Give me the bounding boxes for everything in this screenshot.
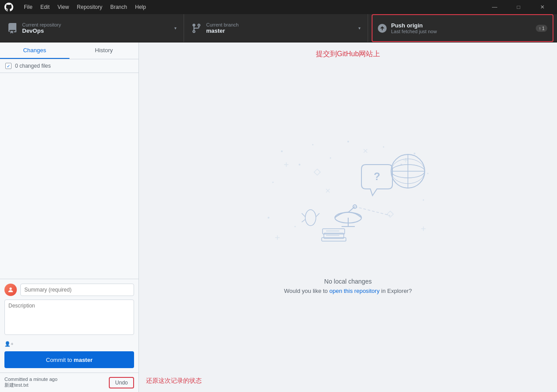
select-all-checkbox[interactable]: [5, 63, 12, 69]
branch-label: Current branch: [206, 22, 238, 27]
svg-point-1: [312, 144, 313, 146]
tab-changes[interactable]: Changes: [0, 42, 69, 59]
space-illustration: ?: [260, 138, 437, 271]
push-badge: ↑ 1: [536, 25, 547, 32]
repo-text: Current repository DevOps: [22, 22, 61, 34]
push-sublabel: Last fetched just now: [391, 29, 437, 34]
svg-point-0: [281, 150, 283, 152]
window-controls: — □ ✕: [484, 0, 553, 14]
undo-bar: Committed a minute ago 新建test.txt Undo: [0, 373, 138, 392]
planet-illustration: [391, 154, 425, 188]
main-layout: Changes History 0 changed files 👤+: [0, 42, 557, 392]
commit-area: 👤+ Commit to master: [0, 279, 138, 373]
svg-line-45: [302, 213, 305, 217]
svg-rect-39: [322, 238, 346, 241]
svg-point-6: [272, 182, 273, 183]
tab-history[interactable]: History: [69, 42, 139, 59]
menu-branch[interactable]: Branch: [107, 2, 131, 12]
svg-point-7: [299, 164, 300, 165]
push-text: Push origin Last fetched just now: [391, 22, 437, 34]
sidebar-tabs: Changes History: [0, 42, 138, 59]
svg-marker-26: [387, 211, 393, 217]
avatar: [4, 284, 17, 296]
repo-label: Current repository: [22, 22, 61, 27]
push-badge-count: 1: [542, 26, 545, 31]
summary-row: [4, 284, 134, 296]
maximize-button[interactable]: □: [508, 0, 529, 14]
main-content: 提交到GitHub网站上: [139, 42, 557, 392]
svg-point-11: [268, 217, 269, 219]
books-illustration: [322, 229, 346, 241]
svg-point-44: [305, 210, 316, 226]
push-icon: [378, 24, 387, 33]
branch-icon: [191, 23, 202, 34]
changed-files-label: 0 changed files: [15, 63, 51, 69]
svg-point-8: [330, 158, 331, 159]
menu-repository[interactable]: Repository: [73, 2, 106, 12]
branch-chevron-icon: ▾: [358, 26, 361, 31]
changed-files-row: 0 changed files: [0, 59, 138, 73]
title-bar: File Edit View Repository Branch Help — …: [0, 0, 557, 14]
open-repo-link[interactable]: open this repository: [329, 288, 379, 294]
toolbar: Current repository DevOps ▾ Current bran…: [0, 14, 557, 42]
add-coauthor-button[interactable]: 👤+: [4, 340, 134, 348]
no-local-changes-text: No local changes: [324, 278, 372, 285]
open-repo-prompt: Would you like to open this repository i…: [284, 288, 412, 294]
svg-point-4: [414, 153, 415, 154]
menu-file[interactable]: File: [20, 2, 36, 12]
repo-value: DevOps: [22, 27, 61, 34]
spacecraft-illustration: [302, 210, 319, 226]
svg-point-12: [294, 226, 296, 227]
menu-help[interactable]: Help: [131, 2, 150, 12]
svg-point-2: [347, 141, 349, 142]
svg-line-35: [348, 207, 355, 212]
current-branch-button[interactable]: Current branch master ▾: [184, 14, 368, 42]
description-textarea[interactable]: [4, 300, 134, 335]
speech-bubble-illustration: ?: [361, 165, 392, 196]
branch-value: master: [206, 27, 238, 34]
svg-point-10: [423, 200, 424, 201]
summary-input[interactable]: [20, 284, 134, 296]
add-coauthor-icon: 👤+: [4, 341, 13, 347]
undo-text-area: Committed a minute ago 新建test.txt: [4, 377, 105, 388]
illustration-area: ?: [139, 59, 557, 373]
undo-committed-text: Committed a minute ago: [4, 377, 105, 382]
satellite-illustration: [335, 205, 361, 227]
menu-edit[interactable]: Edit: [37, 2, 53, 12]
push-label: Push origin: [391, 22, 437, 29]
current-repo-button[interactable]: Current repository DevOps ▾: [0, 14, 184, 42]
svg-line-38: [355, 207, 390, 215]
sidebar-empty-area: [0, 73, 138, 279]
undo-filename: 新建test.txt: [4, 382, 105, 388]
annotation-top: 提交到GitHub网站上: [316, 50, 380, 59]
undo-button[interactable]: Undo: [109, 377, 134, 388]
svg-marker-25: [314, 169, 320, 175]
svg-line-46: [316, 213, 319, 217]
svg-point-3: [383, 146, 384, 148]
menu-view[interactable]: View: [54, 2, 73, 12]
menu-bar: File Edit View Repository Branch Help: [20, 2, 150, 12]
repo-icon: [7, 23, 18, 34]
commit-button[interactable]: Commit to master: [4, 351, 134, 368]
sidebar: Changes History 0 changed files 👤+: [0, 42, 139, 392]
illustration-svg: ?: [260, 138, 437, 253]
close-button[interactable]: ✕: [532, 0, 553, 14]
minimize-button[interactable]: —: [484, 0, 505, 14]
avatar-icon: [8, 287, 14, 293]
svg-point-5: [427, 173, 428, 174]
push-badge-icon: ↑: [538, 26, 541, 31]
svg-text:?: ?: [373, 170, 380, 182]
annotation-bottom: 还原这次记录的状态: [146, 377, 202, 385]
push-origin-button[interactable]: Push origin Last fetched just now ↑ 1: [372, 14, 553, 42]
branch-text: Current branch master: [206, 22, 238, 34]
github-logo-icon: [4, 3, 13, 12]
svg-line-47: [302, 219, 305, 222]
repo-chevron-icon: ▾: [174, 26, 177, 31]
